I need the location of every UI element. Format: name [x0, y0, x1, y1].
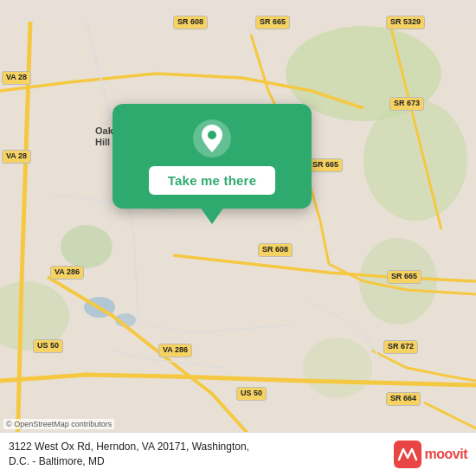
road-badge-va28-mid: VA 28	[2, 150, 31, 164]
bottom-bar: 3122 West Ox Rd, Herndon, VA 20171, Wash…	[0, 432, 476, 476]
road-badge-sr664: SR 664	[386, 392, 421, 406]
road-badge-va28-top: VA 28	[2, 71, 31, 85]
svg-point-2	[363, 100, 467, 221]
road-badge-us50-bot: US 50	[236, 387, 267, 401]
popup-card: Take me there	[113, 104, 312, 209]
svg-text:Oak: Oak	[95, 125, 114, 136]
road-badge-us50-left: US 50	[33, 339, 63, 353]
map-container: Oak Hill SR 608 SR 665 SR 5329 VA 28 SR …	[0, 0, 476, 476]
road-badge-sr665-mid: SR 665	[308, 158, 343, 172]
road-badge-sr665-top: SR 665	[255, 16, 290, 29]
take-me-there-button[interactable]: Take me there	[149, 166, 275, 195]
address-text: 3122 West Ox Rd, Herndon, VA 20171, Wash…	[9, 440, 387, 469]
road-badge-sr672: SR 672	[383, 340, 418, 354]
road-badge-va286-bot: VA 286	[158, 344, 192, 357]
svg-text:Hill: Hill	[95, 137, 110, 147]
road-badge-sr673: SR 673	[389, 97, 424, 111]
svg-point-6	[303, 338, 372, 398]
road-badge-va286-left: VA 286	[50, 266, 84, 280]
location-pin-icon	[193, 119, 231, 158]
svg-point-12	[208, 131, 216, 139]
road-badge-sr608-mid: SR 608	[258, 243, 293, 257]
moovit-text: moovit	[425, 447, 467, 462]
osm-attribution: © OpenStreetMap contributors	[3, 419, 114, 429]
road-badge-sr665-bot: SR 665	[387, 270, 421, 284]
road-badge-sr608-top: SR 608	[173, 16, 208, 29]
moovit-icon	[394, 441, 421, 468]
moovit-logo: moovit	[394, 441, 467, 468]
svg-point-4	[61, 225, 113, 268]
svg-rect-13	[394, 441, 421, 468]
road-badge-sr5329: SR 5329	[386, 16, 425, 29]
